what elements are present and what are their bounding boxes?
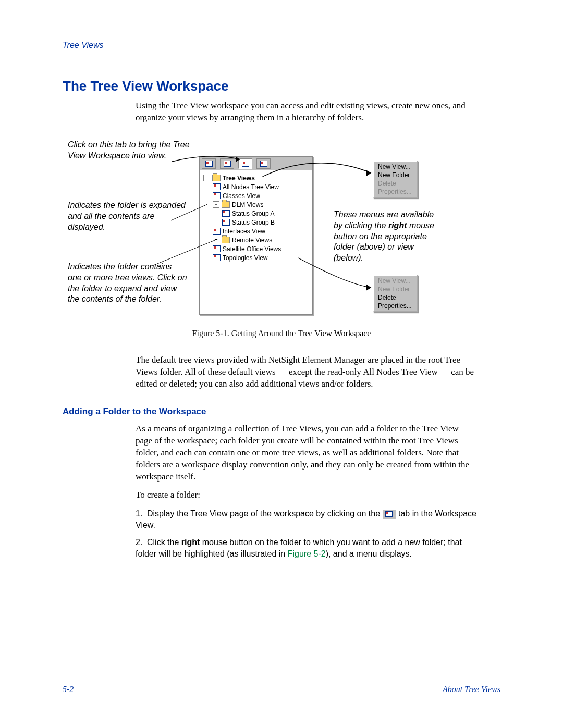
figure-caption: Figure 5-1. Getting Around the Tree View…: [0, 329, 563, 338]
tree-item-label: Classes View: [223, 192, 260, 200]
expand-minus-icon[interactable]: -: [213, 201, 219, 208]
menu-delete[interactable]: Delete: [375, 179, 415, 188]
workspace-tab-treeview[interactable]: [238, 158, 252, 169]
expand-plus-icon[interactable]: +: [213, 237, 219, 243]
workspace-tab-1[interactable]: [202, 158, 216, 169]
context-menu-view: New View... New Folder Delete Properties…: [373, 275, 418, 312]
menu-new-folder[interactable]: New Folder: [375, 285, 415, 293]
context-menu-folder: New View... New Folder Delete Properties…: [373, 161, 418, 198]
svg-marker-4: [366, 284, 371, 291]
view-icon: [222, 219, 230, 226]
workspace-tab-2[interactable]: [220, 158, 234, 169]
view-icon: [213, 245, 221, 252]
tree-folder-dlm[interactable]: - DLM Views: [203, 200, 309, 209]
view-icon: [213, 192, 221, 199]
menu-new-view[interactable]: New View...: [375, 163, 415, 171]
tree-item[interactable]: Interfaces View: [203, 227, 309, 236]
view-icon: [213, 183, 221, 190]
tab-icon: [242, 161, 249, 167]
tree-item[interactable]: Status Group B: [203, 218, 309, 227]
footer-section: About Tree Views: [443, 685, 500, 694]
page-header-label: Tree Views: [63, 41, 104, 50]
tree-item-label: All Nodes Tree View: [223, 183, 279, 191]
tree-item-label: Satellite Office Views: [223, 245, 281, 253]
subsection-title: Adding a Folder to the Workspace: [63, 406, 206, 417]
menu-new-folder[interactable]: New Folder: [375, 171, 415, 179]
callout-collapsed-folder: Indicates the folder contains one or mor…: [68, 262, 188, 305]
tree-body: - Tree Views All Nodes Tree View Classes…: [200, 170, 312, 265]
tab-icon: [260, 161, 267, 167]
view-icon: [213, 254, 221, 261]
section-title: The Tree View Workspace: [63, 78, 228, 94]
tree-folder-remote[interactable]: + Remote Views: [203, 236, 309, 244]
folder-icon: [222, 237, 230, 243]
menu-delete[interactable]: Delete: [375, 293, 415, 302]
step-2: 2.Click the right mouse button on the fo…: [136, 537, 477, 560]
figure-reference: Figure 5-2: [288, 549, 326, 558]
callout-context-menu: These menus are available by clicking th…: [334, 209, 440, 264]
tree-root-label: Tree Views: [223, 175, 255, 182]
expand-minus-icon[interactable]: -: [203, 175, 210, 181]
callout-expanded-folder: Indicates the folder is expanded and all…: [68, 200, 188, 232]
step-1: 1.Display the Tree View page of the work…: [136, 508, 477, 532]
paragraph-default-views: The default tree views provided with Net…: [136, 354, 477, 390]
tree-item[interactable]: Topologies View: [203, 253, 309, 262]
folder-icon: [222, 201, 230, 208]
header-rule: [63, 51, 500, 51]
paragraph-to-create: To create a folder:: [136, 490, 200, 500]
workspace-tab-4[interactable]: [256, 158, 271, 169]
treeview-tab-icon: [383, 510, 396, 519]
tree-item-label: DLM Views: [232, 201, 263, 208]
menu-properties[interactable]: Properties...: [375, 302, 415, 310]
tab-icon: [205, 161, 213, 167]
menu-properties[interactable]: Properties...: [375, 188, 415, 196]
tree-item[interactable]: All Nodes Tree View: [203, 182, 309, 191]
tree-view-workspace-figure: - Tree Views All Nodes Tree View Classes…: [199, 156, 313, 315]
workspace-tabstrip: [200, 157, 312, 170]
menu-new-view[interactable]: New View...: [375, 277, 415, 285]
folder-icon: [212, 175, 221, 181]
tree-item-label: Status Group B: [232, 219, 275, 226]
tree-root[interactable]: - Tree Views: [203, 174, 309, 182]
page-number: 5-2: [63, 685, 74, 694]
view-icon: [222, 210, 230, 217]
view-icon: [213, 228, 221, 235]
tree-item-label: Interfaces View: [223, 228, 265, 235]
tree-item-label: Remote Views: [232, 237, 272, 244]
intro-paragraph: Using the Tree View workspace you can ac…: [136, 100, 477, 124]
page-footer: 5-2 About Tree Views: [63, 685, 500, 694]
svg-marker-3: [366, 170, 371, 176]
paragraph-add-folder: As a means of organizing a collection of…: [136, 423, 477, 483]
tree-item-label: Status Group A: [232, 210, 274, 217]
callout-tab: Click on this tab to bring the Tree View…: [68, 140, 193, 162]
tree-item-label: Topologies View: [223, 254, 268, 262]
tab-icon: [224, 161, 231, 167]
tree-item[interactable]: Classes View: [203, 191, 309, 200]
tree-item[interactable]: Status Group A: [203, 209, 309, 218]
tree-item[interactable]: Satellite Office Views: [203, 244, 309, 253]
